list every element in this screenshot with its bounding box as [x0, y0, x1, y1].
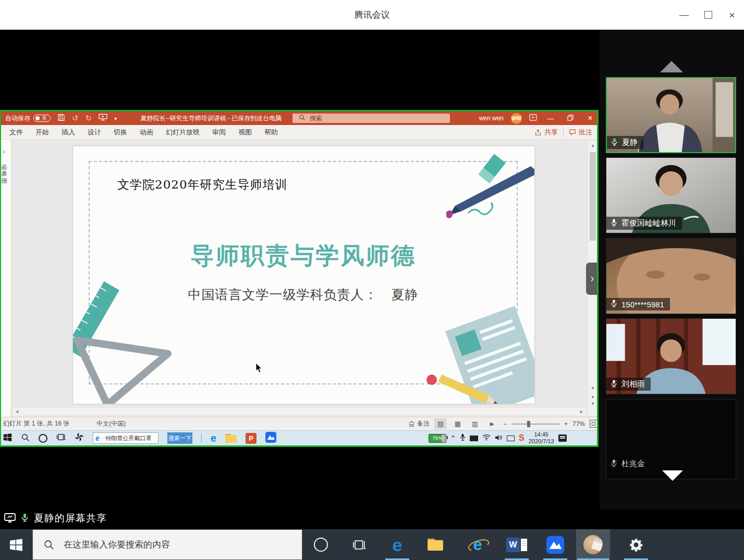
ppt-minimize-button[interactable]: —	[544, 115, 557, 122]
word-button[interactable]: W	[504, 529, 530, 560]
expand-thumbnails-icon[interactable]: ›	[3, 148, 5, 155]
language-indicator[interactable]: 中文(中国)	[96, 419, 126, 428]
participant-namebar: 刘相雨	[606, 378, 651, 391]
status-right: 备注 ▤ ▦ ▥ ▶ − + 77%	[408, 417, 597, 430]
comments-button[interactable]: 批注	[569, 128, 592, 137]
next-slide-icon[interactable]: ▼	[588, 401, 597, 406]
news-search-button[interactable]: 搜索一下	[167, 432, 192, 444]
share-button[interactable]: 共享	[534, 128, 558, 137]
participant-tile[interactable]: 杜兆金	[606, 399, 736, 479]
scroll-thumb[interactable]	[590, 152, 596, 241]
maximize-button[interactable]	[696, 0, 720, 30]
usb-device-icon[interactable]	[460, 433, 466, 443]
tray-time: 14:45	[529, 431, 554, 438]
tray-expand-icon[interactable]: ⌃	[450, 434, 456, 442]
input-method-icon[interactable]	[470, 435, 478, 441]
file-explorer-button[interactable]	[422, 529, 448, 560]
task-view-icon[interactable]	[56, 433, 66, 443]
edge-icon[interactable]: e	[211, 433, 216, 443]
zoom-in-button[interactable]: +	[564, 420, 568, 428]
start-button-icon[interactable]	[3, 433, 12, 444]
participant-tile[interactable]: 150****5981	[606, 238, 736, 314]
notes-label: 备注	[417, 419, 430, 428]
save-icon[interactable]	[57, 114, 65, 123]
thumbnail-panel-collapsed[interactable]: › 缩略图	[0, 140, 11, 417]
scroll-participants-up-icon[interactable]	[660, 61, 683, 72]
taskbar-search-icon[interactable]	[21, 433, 30, 444]
wifi-icon[interactable]	[482, 433, 491, 443]
tab-help[interactable]: 帮助	[258, 125, 284, 140]
shared-desktop-taskbar: e · 特朗普公开戴口罩 搜索一下 e P 75% ⌃	[0, 430, 599, 445]
participant-tile[interactable]: 夏静	[606, 77, 736, 153]
normal-view-button[interactable]: ▤	[434, 418, 447, 429]
slideshow-view-button[interactable]: ▶	[486, 418, 498, 429]
sogou-input-icon[interactable]: S	[519, 433, 525, 443]
os-start-button[interactable]	[0, 529, 32, 560]
zoom-slider-thumb[interactable]	[527, 421, 530, 427]
os-search-box[interactable]	[32, 529, 302, 560]
scroll-down-icon[interactable]: ▼	[588, 385, 597, 391]
cortana-button[interactable]	[308, 529, 334, 560]
redo-icon[interactable]: ↻	[86, 114, 92, 123]
notes-button[interactable]: 备注	[408, 419, 430, 428]
slide-sorter-view-button[interactable]: ▦	[452, 418, 464, 429]
clock[interactable]: 14:45 2020/7/13	[529, 431, 554, 445]
account-name[interactable]: wen wen	[479, 115, 504, 122]
autosave-state: 关	[42, 116, 47, 121]
tab-animations[interactable]: 动画	[133, 125, 160, 140]
autosave-toggle[interactable]: 自动保存 关	[5, 114, 51, 123]
undo-icon[interactable]: ↺	[72, 114, 79, 123]
news-ticker-box[interactable]: e · 特朗普公开戴口罩	[93, 432, 158, 444]
ppt-search-box[interactable]: 搜索	[292, 114, 450, 123]
tab-design[interactable]: 设计	[81, 125, 107, 140]
speaker-icon[interactable]	[495, 433, 503, 443]
ribbon-display-options-icon[interactable]	[529, 114, 537, 123]
file-explorer-icon[interactable]	[225, 434, 237, 443]
scroll-left-icon[interactable]: ◄	[15, 409, 19, 414]
scroll-participants-down-icon[interactable]	[662, 470, 683, 481]
tab-home[interactable]: 开始	[29, 125, 55, 140]
participant-tile[interactable]: 霍俊国崯崯林川	[606, 157, 736, 233]
settings-button[interactable]	[623, 529, 649, 560]
tab-view[interactable]: 视图	[232, 125, 258, 140]
quick-access-caret-icon[interactable]: ▾	[114, 116, 117, 121]
internet-explorer-button[interactable]: e	[465, 529, 491, 560]
tab-transitions[interactable]: 切换	[107, 125, 133, 140]
tencent-meeting-window: 腾讯会议 — × 自动保存 关 ↺ ↻	[0, 0, 744, 560]
battery-icon[interactable]: 75%	[429, 434, 446, 443]
start-slideshow-icon[interactable]	[99, 114, 107, 123]
slide-number-indicator[interactable]: 幻灯片 第 1 张, 共 16 张	[3, 419, 69, 428]
task-view-button[interactable]	[346, 529, 372, 560]
horizontal-scrollbar[interactable]: ◄ ►	[13, 408, 586, 415]
tab-insert[interactable]: 插入	[55, 125, 81, 140]
account-avatar[interactable]: WW	[511, 113, 522, 124]
cortana-icon[interactable]	[39, 434, 47, 443]
ppt-restore-button[interactable]	[564, 115, 577, 122]
previous-slide-icon[interactable]: ▲	[588, 394, 597, 399]
reading-view-button[interactable]: ▥	[469, 418, 481, 429]
participant-tile[interactable]: 刘相雨	[606, 318, 736, 394]
tab-slideshow[interactable]: 幻灯片放映	[160, 125, 206, 140]
scroll-up-icon[interactable]: ▲	[588, 143, 597, 148]
tencent-meeting-icon[interactable]	[265, 432, 276, 445]
os-search-input[interactable]	[63, 539, 284, 551]
minimize-button[interactable]: —	[672, 0, 696, 30]
search-icon	[43, 539, 54, 550]
zoom-out-button[interactable]: −	[503, 420, 507, 428]
close-button[interactable]: ×	[720, 0, 744, 30]
active-app-button[interactable]	[576, 529, 610, 560]
zoom-level[interactable]: 77%	[572, 420, 585, 428]
fit-to-window-icon[interactable]	[590, 420, 597, 428]
tab-review[interactable]: 审阅	[206, 125, 232, 140]
scroll-right-icon[interactable]: ►	[579, 409, 584, 414]
display-connect-icon[interactable]	[507, 435, 515, 441]
tencent-meeting-button[interactable]	[542, 529, 568, 560]
pinwheel-app-icon[interactable]	[75, 432, 84, 444]
zoom-slider[interactable]	[511, 424, 559, 425]
tab-file[interactable]: 文件	[3, 125, 29, 140]
participant-name: 刘相雨	[621, 379, 645, 389]
edge-button[interactable]: e	[384, 529, 410, 560]
action-center-icon[interactable]	[558, 434, 567, 442]
powerpoint-icon[interactable]: P	[246, 433, 257, 444]
ppt-close-button[interactable]: ×	[584, 114, 596, 123]
